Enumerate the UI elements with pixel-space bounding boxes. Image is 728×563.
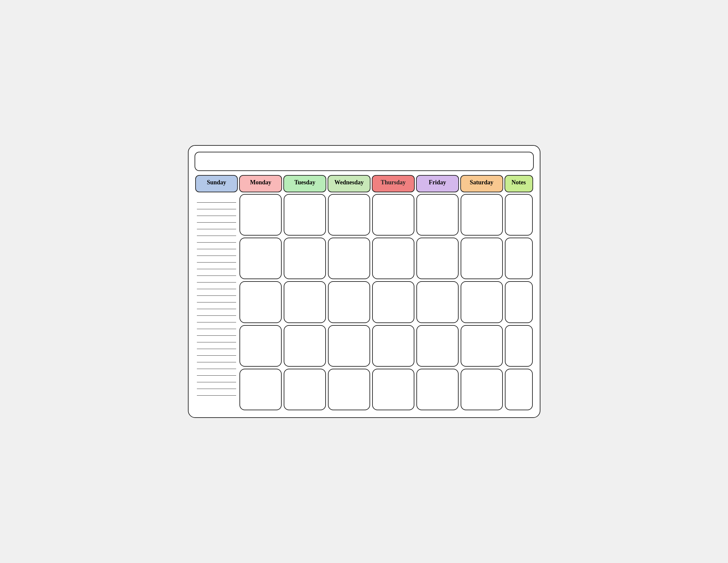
notes-line[interactable] xyxy=(197,290,236,296)
cell-row2-fri[interactable] xyxy=(461,237,503,279)
cell-row5-fri[interactable] xyxy=(461,369,503,410)
cell-row2-mon[interactable] xyxy=(284,237,326,279)
cell-row2-wed[interactable] xyxy=(372,237,414,279)
notes-line[interactable] xyxy=(197,330,236,336)
calendar-container: Sunday Monday Tuesday Wednesday Thursday… xyxy=(188,145,540,418)
cell-row2-sat[interactable] xyxy=(505,237,533,279)
notes-line[interactable] xyxy=(197,270,236,276)
notes-line[interactable] xyxy=(197,370,236,376)
notes-line[interactable] xyxy=(197,343,236,349)
notes-column[interactable] xyxy=(196,194,238,410)
notes-line[interactable] xyxy=(197,350,236,356)
notes-line[interactable] xyxy=(197,263,236,269)
header-sunday: Sunday xyxy=(195,175,238,192)
cell-row3-sat[interactable] xyxy=(505,281,533,323)
cell-row4-tue[interactable] xyxy=(328,325,370,367)
header-saturday: Saturday xyxy=(460,175,503,192)
notes-line[interactable] xyxy=(197,210,236,216)
cell-row2-sun[interactable] xyxy=(239,237,282,279)
header-notes: Notes xyxy=(505,175,533,192)
notes-line[interactable] xyxy=(197,243,236,249)
cell-row5-sun[interactable] xyxy=(239,369,282,410)
header-wednesday: Wednesday xyxy=(328,175,370,192)
cell-row3-sun[interactable] xyxy=(239,281,282,323)
notes-line[interactable] xyxy=(197,317,236,323)
cell-row2-thu[interactable] xyxy=(416,237,459,279)
notes-line[interactable] xyxy=(197,363,236,369)
cell-row4-wed[interactable] xyxy=(372,325,414,367)
notes-line[interactable] xyxy=(197,230,236,236)
cell-row4-sun[interactable] xyxy=(239,325,282,367)
cell-row3-mon[interactable] xyxy=(284,281,326,323)
cell-row3-fri[interactable] xyxy=(461,281,503,323)
header-monday: Monday xyxy=(239,175,282,192)
cell-row4-thu[interactable] xyxy=(416,325,459,367)
cell-row3-tue[interactable] xyxy=(328,281,370,323)
notes-line[interactable] xyxy=(197,390,236,396)
cell-row5-tue[interactable] xyxy=(328,369,370,410)
cell-row5-sat[interactable] xyxy=(505,369,533,410)
notes-line[interactable] xyxy=(197,236,236,242)
cell-row5-wed[interactable] xyxy=(372,369,414,410)
notes-line[interactable] xyxy=(197,276,236,283)
notes-line[interactable] xyxy=(197,297,236,303)
cell-row1-thu[interactable] xyxy=(416,194,459,235)
cell-row4-sat[interactable] xyxy=(505,325,533,367)
cell-row1-mon[interactable] xyxy=(284,194,326,235)
cell-row4-mon[interactable] xyxy=(284,325,326,367)
cell-row4-fri[interactable] xyxy=(461,325,503,367)
notes-line[interactable] xyxy=(197,197,236,203)
title-bar[interactable] xyxy=(195,152,534,171)
cell-row1-sat[interactable] xyxy=(505,194,533,235)
notes-line[interactable] xyxy=(197,256,236,262)
notes-line[interactable] xyxy=(197,310,236,316)
notes-line[interactable] xyxy=(197,283,236,289)
cell-row2-tue[interactable] xyxy=(328,237,370,279)
header-thursday: Thursday xyxy=(372,175,415,192)
notes-line[interactable] xyxy=(197,323,236,329)
header-friday: Friday xyxy=(416,175,459,192)
notes-line[interactable] xyxy=(197,303,236,309)
cell-row1-tue[interactable] xyxy=(328,194,370,235)
notes-line[interactable] xyxy=(197,250,236,256)
cell-row3-wed[interactable] xyxy=(372,281,414,323)
cell-row1-sun[interactable] xyxy=(239,194,282,235)
notes-line[interactable] xyxy=(197,383,236,389)
notes-line[interactable] xyxy=(197,203,236,209)
notes-line[interactable] xyxy=(197,376,236,382)
cell-row1-wed[interactable] xyxy=(372,194,414,235)
calendar-grid: Sunday Monday Tuesday Wednesday Thursday… xyxy=(195,174,534,411)
cell-row5-thu[interactable] xyxy=(416,369,459,410)
cell-row3-thu[interactable] xyxy=(416,281,459,323)
notes-line[interactable] xyxy=(197,356,236,362)
notes-line[interactable] xyxy=(197,216,236,222)
notes-line[interactable] xyxy=(197,223,236,229)
header-tuesday: Tuesday xyxy=(283,175,326,192)
cell-row5-mon[interactable] xyxy=(284,369,326,410)
cell-row1-fri[interactable] xyxy=(461,194,503,235)
notes-line[interactable] xyxy=(197,337,236,343)
